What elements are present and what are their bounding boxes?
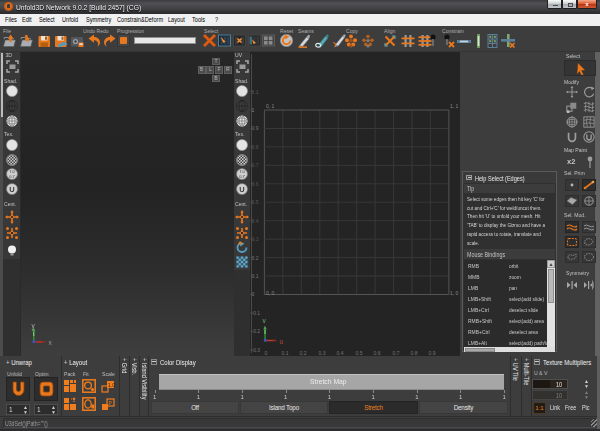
svg-text:1, 1: 1, 1	[450, 103, 459, 109]
svg-text:0.4: 0.4	[337, 350, 344, 356]
svg-text:0.9: 0.9	[429, 350, 436, 356]
svg-text:0.5: 0.5	[356, 350, 363, 356]
svg-text:1, 0: 1, 0	[450, 290, 459, 296]
svg-text:0, 1: 0, 1	[266, 103, 275, 109]
svg-text:U: U	[239, 184, 244, 193]
svg-text:0.1: 0.1	[282, 350, 289, 356]
svg-text:1.0: 1.0	[108, 382, 115, 388]
svg-text:x: x	[49, 339, 53, 346]
svg-text:u: u	[280, 338, 284, 345]
svg-text:0.2: 0.2	[300, 350, 307, 356]
svg-text:0.3: 0.3	[319, 350, 326, 356]
svg-text:1.1: 1.1	[252, 89, 259, 95]
svg-text:0, 0: 0, 0	[266, 290, 275, 296]
svg-text:0.7: 0.7	[9, 174, 15, 179]
svg-text:0.7: 0.7	[239, 174, 245, 179]
svg-text:0.8: 0.8	[411, 350, 418, 356]
svg-text:0: 0	[265, 350, 268, 356]
svg-text:0.6: 0.6	[374, 350, 381, 356]
svg-text:0.7: 0.7	[393, 350, 400, 356]
svg-text:U: U	[9, 184, 14, 193]
svg-text:0: 0	[252, 291, 255, 297]
svg-text:P: P	[109, 400, 113, 406]
